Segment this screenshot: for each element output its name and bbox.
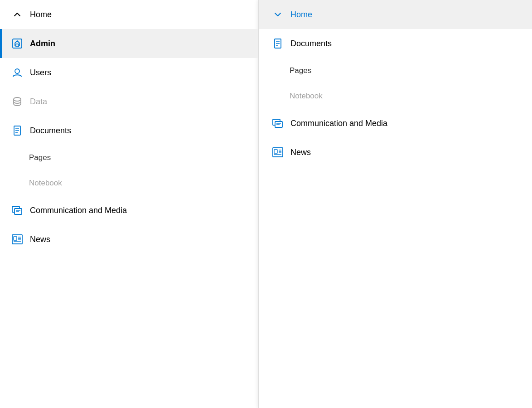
sidebar-item-data-label: Data xyxy=(30,97,47,107)
chevron-down-icon xyxy=(271,8,284,21)
communication-icon xyxy=(11,204,24,217)
sidebar-item-pages-label: Pages xyxy=(29,153,51,162)
sidebar-item-admin[interactable]: Admin xyxy=(0,29,258,58)
chevron-up-icon xyxy=(11,8,24,21)
svg-rect-27 xyxy=(274,150,277,153)
news-icon xyxy=(271,146,284,159)
right-nav-panel: Home Documents Pages Notebook xyxy=(258,0,532,408)
sidebar-item-documents[interactable]: Documents xyxy=(0,116,258,145)
admin-icon xyxy=(11,37,24,50)
left-nav-panel: Home Admin Users xyxy=(0,0,258,408)
left-home-label: Home xyxy=(30,10,52,19)
users-icon xyxy=(11,66,24,79)
right-item-pages-label: Pages xyxy=(290,66,311,75)
sidebar-item-communication-label: Communication and Media xyxy=(30,206,127,215)
left-home-item[interactable]: Home xyxy=(0,0,258,29)
news-icon xyxy=(11,233,24,246)
right-home-item[interactable]: Home xyxy=(259,0,532,29)
svg-point-3 xyxy=(14,97,21,101)
right-item-communication-label: Communication and Media xyxy=(290,119,387,128)
svg-point-2 xyxy=(15,69,19,73)
sidebar-item-notebook[interactable]: Notebook xyxy=(0,170,258,196)
communication-icon xyxy=(271,117,284,130)
documents-icon xyxy=(11,124,24,137)
svg-rect-1 xyxy=(16,44,19,47)
right-item-news[interactable]: News xyxy=(259,138,532,167)
sidebar-item-users-label: Users xyxy=(30,68,51,78)
sidebar-item-pages[interactable]: Pages xyxy=(0,145,258,170)
sidebar-item-news[interactable]: News xyxy=(0,225,258,254)
right-item-news-label: News xyxy=(290,148,311,157)
right-item-documents[interactable]: Documents xyxy=(259,29,532,58)
sidebar-item-news-label: News xyxy=(30,235,50,244)
right-item-notebook-label: Notebook xyxy=(290,92,323,101)
documents-icon xyxy=(271,37,284,50)
right-home-label: Home xyxy=(290,10,312,19)
right-item-communication[interactable]: Communication and Media xyxy=(259,109,532,138)
right-item-notebook[interactable]: Notebook xyxy=(259,83,532,109)
sidebar-item-notebook-label: Notebook xyxy=(29,179,62,188)
svg-rect-13 xyxy=(14,237,17,240)
sidebar-item-users[interactable]: Users xyxy=(0,58,258,87)
sidebar-item-data[interactable]: Data xyxy=(0,87,258,116)
right-item-documents-label: Documents xyxy=(290,39,332,49)
right-item-pages[interactable]: Pages xyxy=(259,58,532,83)
data-icon xyxy=(11,95,24,108)
sidebar-item-admin-label: Admin xyxy=(30,39,55,49)
sidebar-item-communication[interactable]: Communication and Media xyxy=(0,196,258,225)
sidebar-item-documents-label: Documents xyxy=(30,126,71,136)
